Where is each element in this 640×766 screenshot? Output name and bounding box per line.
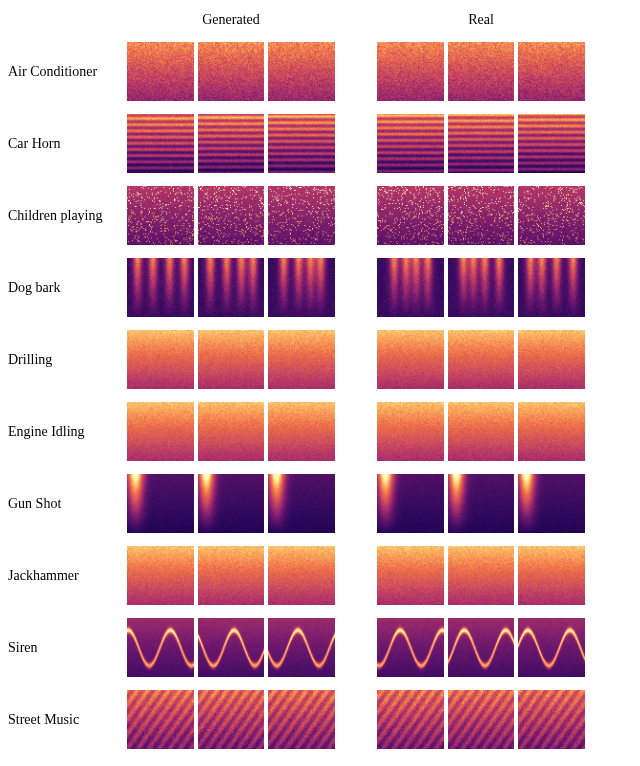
spectrogram-panel <box>126 113 195 174</box>
column-header-real: Real <box>376 12 586 30</box>
spectrogram-panel <box>267 113 336 174</box>
spectrogram-panel <box>267 257 336 318</box>
spectrogram-panel <box>267 545 336 606</box>
triptych-real <box>376 329 586 390</box>
spectrogram-panel <box>376 401 445 462</box>
spectrogram-panel <box>197 617 266 678</box>
category-label: Drilling <box>8 352 126 368</box>
spectrogram-panel <box>447 113 516 174</box>
spectrogram-panel <box>447 41 516 102</box>
spectrogram-panel <box>376 41 445 102</box>
spectrogram-panel <box>267 41 336 102</box>
triptych-real <box>376 185 586 246</box>
category-label: Street Music <box>8 712 126 728</box>
spectrogram-panel <box>517 689 586 750</box>
spectrogram-panel <box>126 689 195 750</box>
spectrogram-panel <box>126 401 195 462</box>
spectrogram-panel <box>197 545 266 606</box>
triptych-generated <box>126 545 336 606</box>
spectrogram-panel <box>447 473 516 534</box>
spectrogram-panel <box>376 473 445 534</box>
category-label: Jackhammer <box>8 568 126 584</box>
category-label: Dog bark <box>8 280 126 296</box>
triptych-generated <box>126 473 336 534</box>
spectrogram-panel <box>126 185 195 246</box>
triptych-real <box>376 473 586 534</box>
spectrogram-panel <box>517 185 586 246</box>
triptych-real <box>376 113 586 174</box>
spectrogram-panel <box>376 113 445 174</box>
spectrogram-panel <box>267 329 336 390</box>
triptych-real <box>376 257 586 318</box>
triptych-generated <box>126 401 336 462</box>
spectrogram-panel <box>376 689 445 750</box>
spectrogram-panel <box>517 545 586 606</box>
spectrogram-panel <box>376 545 445 606</box>
spectrogram-panel <box>267 401 336 462</box>
spectrogram-panel <box>517 113 586 174</box>
column-header-generated: Generated <box>126 12 336 30</box>
spectrogram-panel <box>376 617 445 678</box>
category-label: Siren <box>8 640 126 656</box>
spectrogram-panel <box>447 617 516 678</box>
triptych-real <box>376 689 586 750</box>
triptych-generated <box>126 257 336 318</box>
spectrogram-panel <box>197 401 266 462</box>
spectrogram-panel <box>447 689 516 750</box>
spectrogram-panel <box>126 617 195 678</box>
spectrogram-panel <box>447 257 516 318</box>
spectrogram-panel <box>517 329 586 390</box>
spectrogram-panel <box>197 257 266 318</box>
spectrogram-panel <box>197 689 266 750</box>
triptych-generated <box>126 689 336 750</box>
spectrogram-panel <box>197 41 266 102</box>
spectrogram-panel <box>197 473 266 534</box>
spectrogram-panel <box>517 473 586 534</box>
spectrogram-panel <box>376 185 445 246</box>
spectrogram-panel <box>197 185 266 246</box>
spectrogram-panel <box>517 617 586 678</box>
spectrogram-panel <box>447 329 516 390</box>
spectrogram-panel <box>517 257 586 318</box>
spectrogram-panel <box>126 41 195 102</box>
spectrogram-panel <box>447 185 516 246</box>
spectrogram-panel <box>267 185 336 246</box>
triptych-real <box>376 41 586 102</box>
spectrogram-panel <box>126 473 195 534</box>
triptych-generated <box>126 617 336 678</box>
triptych-generated <box>126 185 336 246</box>
triptych-generated <box>126 113 336 174</box>
triptych-real <box>376 617 586 678</box>
category-label: Engine Idling <box>8 424 126 440</box>
spectrogram-panel <box>376 329 445 390</box>
spectrogram-panel <box>197 113 266 174</box>
spectrogram-panel <box>517 401 586 462</box>
spectrogram-panel <box>267 617 336 678</box>
triptych-generated <box>126 41 336 102</box>
category-label: Children playing <box>8 208 126 224</box>
category-label: Car Horn <box>8 136 126 152</box>
spectrogram-panel <box>267 473 336 534</box>
category-label: Air Conditioner <box>8 64 126 80</box>
spectrogram-panel <box>126 257 195 318</box>
spectrogram-panel <box>447 545 516 606</box>
spectrogram-panel <box>197 329 266 390</box>
triptych-generated <box>126 329 336 390</box>
spectrogram-panel <box>126 545 195 606</box>
triptych-real <box>376 545 586 606</box>
spectrogram-panel <box>267 689 336 750</box>
spectrogram-panel <box>517 41 586 102</box>
spectrogram-panel <box>447 401 516 462</box>
triptych-real <box>376 401 586 462</box>
category-label: Gun Shot <box>8 496 126 512</box>
spectrogram-panel <box>376 257 445 318</box>
spectrogram-panel <box>126 329 195 390</box>
